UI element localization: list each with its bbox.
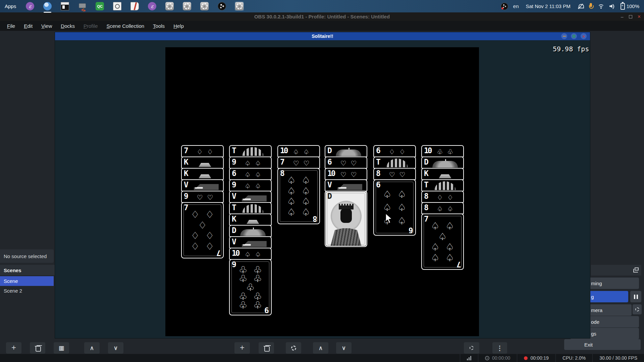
terminal-launcher-icon[interactable] (60, 2, 69, 11)
dock-popout-icon[interactable] (635, 267, 639, 270)
card-10-hearts[interactable]: 10♡ ♡ (325, 168, 367, 180)
gear-launcher-icon[interactable] (182, 2, 192, 11)
minimize-icon[interactable]: – (621, 14, 624, 19)
scene-move-up-button[interactable]: ∧ (84, 342, 100, 354)
exit-button[interactable]: Exit (564, 339, 641, 350)
filesearch-launcher-icon[interactable] (113, 2, 122, 11)
card-D-sun[interactable]: D (229, 225, 272, 237)
source-move-down-button[interactable]: ∨ (336, 342, 352, 354)
gear-launcher-icon[interactable] (165, 2, 174, 11)
card-9-hearts[interactable]: 9♡ ♡ (181, 191, 224, 203)
maximize-icon[interactable] (629, 15, 632, 18)
battery-percent: 100% (627, 3, 639, 9)
card-9-spades[interactable]: 9♤ ♤ (229, 157, 272, 169)
source-properties-gear-icon[interactable] (286, 342, 301, 354)
pause-recording-button[interactable] (630, 291, 641, 302)
card-6-diamonds[interactable]: 6♢ ♢ (373, 145, 416, 157)
spades-pip-icon: ♤ (397, 217, 406, 225)
advanced-audio-gear-icon[interactable] (464, 342, 479, 354)
card-10-clubs[interactable]: 10♧ ♧ (421, 145, 464, 157)
card-K-crown[interactable]: K (229, 214, 272, 226)
emacs-launcher-icon[interactable]: ε (148, 2, 157, 11)
menu-tools[interactable]: Tools (149, 22, 169, 30)
card-9-spades[interactable]: 9♤ ♤ (229, 179, 272, 191)
keyboard-layout-indicator[interactable]: en (513, 3, 519, 9)
card-V-boat[interactable]: V (325, 179, 367, 191)
card-7-diamonds[interactable]: 7♢♢♢♢♢♢♢7 (181, 202, 224, 258)
card-9-clubs[interactable]: 9♧♧♧♧♧♧♧♧♧9 (229, 259, 272, 315)
gear-launcher-icon[interactable] (200, 2, 209, 11)
feathers-art-icon (435, 181, 455, 190)
remove-source-button[interactable] (259, 342, 274, 354)
notifications-muted-icon[interactable] (578, 3, 584, 9)
card-rank: 8 (424, 192, 428, 200)
add-source-button[interactable]: + (234, 342, 250, 354)
clock[interactable]: Sat Nov 2 11:03 PM (526, 3, 571, 9)
card-7-hearts[interactable]: 7♡ ♡ (277, 157, 320, 169)
scene-row-scene-2[interactable]: Scene 2 (0, 286, 54, 296)
card-V-boat[interactable]: V (229, 236, 272, 248)
close-icon[interactable]: × (638, 14, 641, 19)
apps-menu[interactable]: Apps (5, 3, 16, 9)
card-rank-inverted: 6 (410, 226, 413, 234)
card-rank-inverted: 9 (265, 306, 269, 314)
card-V-boat[interactable]: V (229, 191, 272, 203)
microphone-icon[interactable] (589, 3, 593, 9)
card-K-crown[interactable]: K (181, 157, 224, 169)
emacs-launcher-icon[interactable]: ε (25, 2, 35, 11)
card-6-spades[interactable]: 6♤♤♤♤♤♤6 (373, 179, 416, 236)
menu-docks[interactable]: Docks (56, 22, 79, 30)
kebab-menu-icon[interactable]: ⋮ (492, 342, 507, 354)
card-10-spades[interactable]: 10♤ ♤ (229, 248, 272, 260)
solitaire-close-icon[interactable]: × (581, 33, 587, 39)
card-8-spades[interactable]: 8♤♤♤♤♤♤♤♤8 (277, 168, 320, 224)
volume-icon[interactable] (609, 4, 615, 9)
browser-launcher-icon[interactable] (43, 2, 52, 11)
solitaire-minimize-icon[interactable] (561, 33, 567, 39)
solitaire-titlebar[interactable]: Solitaire!! × (55, 32, 590, 40)
card-8-diamonds[interactable]: 8♢ ♢ (421, 191, 464, 203)
menu-help[interactable]: Help (169, 22, 188, 30)
gear-launcher-icon[interactable] (235, 2, 244, 11)
battery-indicator[interactable]: 100% (621, 3, 639, 10)
card-T-feathers[interactable]: T (421, 179, 464, 191)
card-rank: T (232, 204, 235, 212)
card-T-feathers[interactable]: T (373, 157, 416, 169)
card-7-spades[interactable]: 7♤♤♤♤♤♤♤7 (421, 214, 464, 270)
menu-edit[interactable]: Edit (19, 22, 37, 30)
virtualcam-config-gear-icon[interactable] (633, 304, 642, 314)
card-6-hearts[interactable]: 6♡ ♡ (325, 157, 367, 169)
menu-view[interactable]: View (37, 22, 56, 30)
remove-scene-button[interactable] (30, 342, 45, 354)
card-D-sun[interactable]: D (325, 145, 367, 157)
card-8-hearts[interactable]: 8♡ ♡ (373, 168, 416, 180)
card-K-crown[interactable]: K (421, 168, 464, 180)
menu-scene-collection[interactable]: Scene Collection (102, 22, 149, 30)
menu-profile[interactable]: Profile (79, 22, 102, 30)
source-move-up-button[interactable]: ∧ (313, 342, 328, 354)
qc-launcher-icon[interactable]: QC (95, 2, 104, 11)
card-8-spades[interactable]: 8♤ ♤ (421, 202, 464, 214)
card-V-boat[interactable]: V (181, 179, 224, 191)
spades-suit-icon: ♤ ♤ (245, 160, 261, 167)
solitaire-maximize-icon[interactable] (571, 33, 577, 39)
book-launcher-icon[interactable] (130, 2, 139, 11)
scene-move-down-button[interactable]: ∨ (108, 342, 123, 354)
signpost-launcher-icon[interactable] (78, 2, 87, 11)
card-D-queen[interactable]: D (325, 191, 367, 247)
add-scene-button[interactable]: + (6, 342, 21, 354)
scene-filters-button[interactable]: ▥ (54, 342, 69, 354)
card-K-crown[interactable]: K (181, 168, 224, 180)
card-6-spades[interactable]: 6♤ ♤ (229, 168, 272, 180)
card-T-feathers[interactable]: T (229, 202, 272, 214)
wifi-icon[interactable] (598, 4, 604, 9)
obs-launcher-icon[interactable] (217, 2, 226, 11)
card-10-spades[interactable]: 10♤ ♤ (277, 145, 320, 157)
menu-file[interactable]: File (3, 22, 19, 30)
obs-tray-icon[interactable] (501, 3, 508, 10)
card-T-feathers[interactable]: T (229, 145, 272, 157)
spades-pip-icon: ♤ (287, 177, 296, 184)
card-D-sun[interactable]: D (421, 157, 464, 169)
card-7-diamonds[interactable]: 7♢ ♢ (181, 145, 224, 157)
scene-row-scene[interactable]: Scene (0, 276, 54, 286)
